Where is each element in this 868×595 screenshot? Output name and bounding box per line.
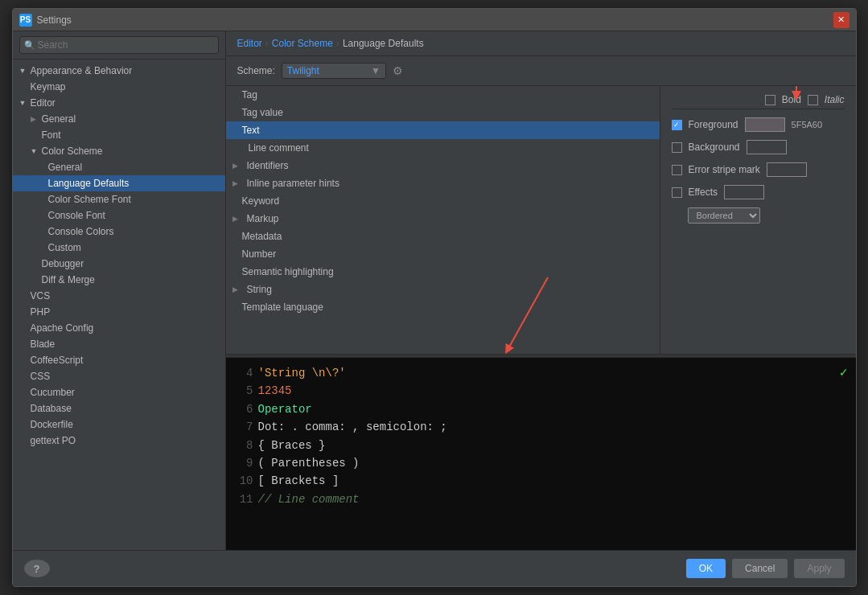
sidebar-item-label: Database <box>31 403 72 414</box>
scheme-select[interactable]: Twilight ▼ <box>282 63 386 79</box>
sidebar-item-language-defaults[interactable]: Language Defaults <box>13 175 225 191</box>
sidebar-item-color-scheme-font[interactable]: Color Scheme Font <box>13 191 225 207</box>
token-operator: Operator <box>258 400 312 418</box>
sidebar-item-label: Color Scheme <box>42 146 103 157</box>
sidebar-item-debugger[interactable]: Debugger <box>13 256 225 272</box>
breadcrumb-sep1: › <box>265 38 269 49</box>
sidebar-item-label: PHP <box>31 306 51 318</box>
token-item-inline-param[interactable]: ▶ Inline parameter hints <box>226 174 660 192</box>
sidebar-item-general[interactable]: ▶ General <box>13 111 225 127</box>
sidebar-item-label: General <box>48 162 83 173</box>
sidebar-item-label: CoffeeScript <box>31 355 84 366</box>
scheme-label: Scheme: <box>237 65 275 76</box>
chevron-right-icon: ▶ <box>232 162 242 170</box>
apply-button[interactable]: Apply <box>794 559 844 578</box>
token-list: Tag Tag value Text Line comment ▶ <box>226 86 660 354</box>
search-input[interactable] <box>19 36 219 54</box>
window-title: Settings <box>37 14 829 26</box>
sidebar-item-label: Language Defaults <box>48 178 130 189</box>
token-label: String <box>247 284 272 295</box>
line-number: 10 <box>237 472 253 490</box>
preview-line-6: 6 Operator <box>237 400 845 418</box>
token-label: Text <box>242 125 260 136</box>
sidebar-item-apache[interactable]: Apache Config <box>13 320 225 336</box>
cancel-button[interactable]: Cancel <box>732 559 788 578</box>
token-item-keyword[interactable]: Keyword <box>226 192 660 210</box>
sidebar-item-vcs[interactable]: VCS <box>13 288 225 304</box>
breadcrumb-editor[interactable]: Editor <box>237 38 262 49</box>
token-item-template[interactable]: Template language <box>226 298 660 316</box>
token-item-text[interactable]: Text <box>226 121 660 139</box>
background-checkbox[interactable] <box>672 142 682 153</box>
preview-line-7: 7 Dot: . comma: , semicolon: ; <box>237 418 845 436</box>
token-label: Template language <box>242 302 323 313</box>
sidebar-item-label: Blade <box>31 339 56 350</box>
effects-type-select[interactable]: Bordered <box>688 207 760 224</box>
sidebar: 🔍 ▼ Appearance & Behavior Keymap ▼ Edito… <box>13 31 226 550</box>
scheme-value: Twilight <box>287 65 319 76</box>
sidebar-item-diff-merge[interactable]: Diff & Merge <box>13 272 225 288</box>
sidebar-item-blade[interactable]: Blade <box>13 336 225 352</box>
line-number: 11 <box>237 490 253 508</box>
preview-line-5: 5 12345 <box>237 382 845 400</box>
token-item-tag-value[interactable]: Tag value <box>226 104 660 121</box>
sidebar-item-console-colors[interactable]: Console Colors <box>13 224 225 240</box>
sidebar-item-cs-general[interactable]: General <box>13 159 225 175</box>
ok-button[interactable]: OK <box>686 559 726 578</box>
token-item-identifiers[interactable]: ▶ Identifiers <box>226 157 660 174</box>
foreground-color-value: 5F5A60 <box>792 120 823 129</box>
token-label: Tag value <box>242 107 283 118</box>
sidebar-item-gettext[interactable]: gettext PO <box>13 433 225 449</box>
token-label: Keyword <box>242 195 280 207</box>
sidebar-item-cucumber[interactable]: Cucumber <box>13 384 225 400</box>
sidebar-item-console-font[interactable]: Console Font <box>13 207 225 224</box>
sidebar-item-keymap[interactable]: Keymap <box>13 79 225 95</box>
preview-line-8: 8 { Braces } <box>237 437 845 454</box>
sidebar-item-label: Diff & Merge <box>42 274 95 285</box>
sidebar-item-database[interactable]: Database <box>13 400 225 416</box>
line-number: 6 <box>237 400 253 418</box>
gear-icon[interactable]: ⚙ <box>393 64 403 77</box>
settings-window: PS Settings ✕ 🔍 ▼ Appearance & Behavior … <box>12 8 857 587</box>
help-button[interactable]: ? <box>24 560 50 577</box>
foreground-checkbox[interactable] <box>672 120 682 130</box>
breadcrumb-color-scheme[interactable]: Color Scheme <box>272 38 333 49</box>
sidebar-item-css[interactable]: CSS <box>13 368 225 384</box>
sidebar-item-coffeescript[interactable]: CoffeeScript <box>13 352 225 368</box>
error-stripe-label: Error stripe mark <box>689 164 760 175</box>
foreground-color-picker[interactable] <box>745 117 785 132</box>
token-default: ( Parentheses ) <box>258 454 360 472</box>
sidebar-item-php[interactable]: PHP <box>13 304 225 320</box>
sidebar-item-dockerfile[interactable]: Dockerfile <box>13 416 225 433</box>
error-stripe-checkbox[interactable] <box>672 165 682 175</box>
token-label: Semantic highlighting <box>242 266 334 277</box>
token-comment: // Line comment <box>258 490 360 508</box>
token-item-tag[interactable]: Tag <box>226 86 660 104</box>
error-stripe-color-picker[interactable] <box>767 162 807 177</box>
sidebar-item-label: Appearance & Behavior <box>31 65 133 76</box>
sidebar-item-label: Cucumber <box>31 387 75 398</box>
scheme-dropdown-icon: ▼ <box>371 65 381 76</box>
close-button[interactable]: ✕ <box>833 12 849 28</box>
token-item-line-comment[interactable]: Line comment <box>226 139 660 157</box>
sidebar-item-label: Font <box>42 129 61 141</box>
effects-color-picker[interactable] <box>724 185 764 199</box>
token-default: { Braces } <box>258 437 326 454</box>
checkmark-icon: ✓ <box>840 364 848 380</box>
effects-checkbox[interactable] <box>672 187 682 198</box>
token-item-semantic[interactable]: Semantic highlighting <box>226 263 660 281</box>
token-item-metadata[interactable]: Metadata <box>226 228 660 245</box>
token-item-number[interactable]: Number <box>226 245 660 263</box>
bottom-bar: ? OK Cancel Apply <box>13 550 856 586</box>
sidebar-item-color-scheme[interactable]: ▼ Color Scheme <box>13 143 225 159</box>
chevron-down-icon: ▼ <box>19 67 27 75</box>
token-item-markup[interactable]: ▶ Markup <box>226 210 660 228</box>
background-color-picker[interactable] <box>747 140 787 154</box>
token-item-string[interactable]: ▶ String <box>226 281 660 298</box>
sidebar-item-custom[interactable]: Custom <box>13 240 225 256</box>
sidebar-item-font[interactable]: Font <box>13 127 225 143</box>
sidebar-item-label: Keymap <box>31 81 66 92</box>
preview-area: ✓ 4 'String \n\?' 5 12345 6 Operator 7 <box>226 357 856 550</box>
sidebar-item-editor[interactable]: ▼ Editor <box>13 95 225 111</box>
sidebar-item-appearance[interactable]: ▼ Appearance & Behavior <box>13 63 225 79</box>
